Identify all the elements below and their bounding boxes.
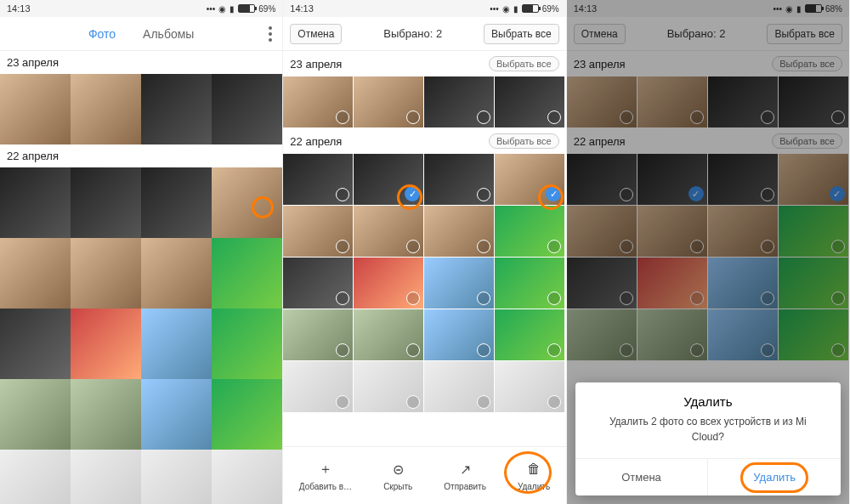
photo-thumb[interactable] — [0, 167, 71, 238]
photo-thumb[interactable] — [424, 361, 494, 412]
photo-thumb[interactable] — [283, 76, 353, 127]
photo-thumb[interactable] — [212, 167, 282, 238]
select-circle-icon[interactable] — [406, 292, 420, 305]
photo-thumb[interactable] — [141, 309, 212, 379]
dialog-title: Удалить — [575, 382, 841, 414]
photo-thumb[interactable] — [212, 309, 282, 379]
checkmark-icon[interactable]: ✓ — [405, 186, 420, 201]
photo-thumb[interactable]: ✓ — [495, 154, 564, 205]
photo-thumb[interactable] — [141, 379, 212, 450]
select-circle-icon[interactable] — [477, 110, 490, 124]
select-circle-icon[interactable] — [477, 188, 490, 201]
select-circle-icon[interactable] — [336, 110, 349, 124]
select-circle-icon[interactable] — [406, 395, 420, 409]
select-circle-icon[interactable] — [336, 188, 349, 201]
dialog-cancel-button[interactable]: Отмена — [575, 459, 709, 496]
photo-thumb[interactable] — [0, 379, 71, 450]
photo-thumb[interactable] — [141, 238, 212, 309]
photo-thumb[interactable] — [424, 258, 494, 309]
cancel-button[interactable]: Отмена — [290, 24, 342, 44]
photo-thumb[interactable] — [71, 450, 141, 504]
photo-thumb[interactable] — [283, 309, 353, 360]
photo-thumb[interactable] — [212, 450, 282, 504]
photo-thumb[interactable] — [71, 309, 141, 379]
battery-icon — [238, 4, 255, 13]
delete-button[interactable]: 🗑 Удалить — [518, 460, 550, 491]
date-header: 23 апреля Выбрать все — [283, 51, 565, 76]
select-all-button[interactable]: Выбрать все — [484, 24, 559, 44]
wifi-icon: ◉ — [502, 4, 510, 14]
battery-pct: 69% — [542, 4, 559, 14]
photo-thumb[interactable] — [212, 74, 282, 144]
select-circle-icon[interactable] — [477, 292, 490, 305]
photo-thumb[interactable] — [424, 309, 494, 360]
photo-thumb[interactable] — [71, 74, 141, 144]
select-circle-icon[interactable] — [336, 395, 349, 409]
photo-thumb[interactable] — [71, 167, 141, 238]
photo-thumb[interactable] — [141, 167, 212, 238]
photo-thumb[interactable] — [71, 238, 141, 309]
row-select-all[interactable]: Выбрать все — [489, 133, 559, 149]
status-icons: ••• ◉ ▮ 69% — [490, 4, 559, 14]
photo-thumb[interactable] — [354, 309, 423, 360]
photo-thumb[interactable]: ✓ — [354, 154, 423, 205]
photo-grid: ✓ ✓ — [283, 154, 565, 413]
photo-thumb[interactable] — [495, 76, 564, 127]
photo-thumb[interactable] — [0, 309, 71, 379]
photo-thumb[interactable] — [141, 74, 212, 144]
select-circle-icon[interactable] — [336, 343, 349, 357]
status-time: 14:13 — [7, 3, 31, 14]
photo-thumb[interactable] — [495, 309, 564, 360]
select-circle-icon[interactable] — [477, 395, 490, 409]
photo-thumb[interactable] — [283, 154, 353, 205]
checkmark-icon[interactable]: ✓ — [546, 186, 561, 201]
photo-thumb[interactable] — [424, 206, 494, 257]
status-bar: 14:13 ••• ◉ ▮ 69% — [0, 0, 282, 17]
photo-thumb[interactable] — [0, 450, 71, 504]
photo-thumb[interactable] — [495, 206, 564, 257]
select-circle-icon[interactable] — [547, 240, 561, 253]
dots-icon: ••• — [490, 4, 499, 14]
photo-thumb[interactable] — [424, 76, 494, 127]
photo-thumb[interactable] — [283, 361, 353, 412]
photo-scroll[interactable]: 23 апреля Выбрать все 22 апреля Выбрать … — [283, 51, 565, 504]
select-circle-icon[interactable] — [336, 292, 349, 305]
select-circle-icon[interactable] — [547, 395, 561, 409]
photo-thumb[interactable] — [212, 379, 282, 450]
photo-thumb[interactable] — [354, 361, 423, 412]
select-circle-icon[interactable] — [406, 110, 420, 124]
photo-thumb[interactable] — [495, 361, 564, 412]
panel-dialog: 14:13 ••• ◉ ▮ 68% Отмена Выбрано: 2 Выбр… — [567, 0, 850, 504]
select-circle-icon[interactable] — [336, 240, 349, 253]
photo-thumb[interactable] — [354, 258, 423, 309]
tab-albums[interactable]: Альбомы — [143, 27, 194, 41]
dots-icon: ••• — [207, 4, 216, 14]
photo-thumb[interactable] — [0, 74, 71, 144]
row-select-all[interactable]: Выбрать все — [489, 56, 559, 71]
select-circle-icon[interactable] — [406, 343, 420, 357]
select-circle-icon[interactable] — [547, 292, 561, 305]
send-button[interactable]: ↗ Отправить — [444, 460, 486, 491]
add-to-button[interactable]: ＋ Добавить в… — [299, 460, 352, 491]
panel-selection: 14:13 ••• ◉ ▮ 69% Отмена Выбрано: 2 Выбр… — [283, 0, 566, 504]
tab-photo[interactable]: Фото — [88, 27, 116, 41]
photo-thumb[interactable] — [354, 76, 423, 127]
photo-thumb[interactable] — [283, 206, 353, 257]
select-circle-icon[interactable] — [477, 343, 490, 357]
photo-thumb[interactable] — [283, 258, 353, 309]
photo-thumb[interactable] — [0, 238, 71, 309]
photo-scroll[interactable]: 23 апреля 22 апреля — [0, 51, 282, 504]
photo-thumb[interactable] — [495, 258, 564, 309]
overflow-menu-icon[interactable] — [269, 26, 272, 42]
photo-thumb[interactable] — [424, 154, 494, 205]
dialog-confirm-button[interactable]: Удалить — [708, 459, 841, 496]
photo-thumb[interactable] — [354, 206, 423, 257]
select-circle-icon[interactable] — [406, 240, 420, 253]
photo-thumb[interactable] — [71, 379, 141, 450]
select-circle-icon[interactable] — [547, 343, 561, 357]
hide-button[interactable]: ⊝ Скрыть — [383, 460, 412, 491]
select-circle-icon[interactable] — [477, 240, 490, 253]
select-circle-icon[interactable] — [547, 110, 561, 124]
photo-thumb[interactable] — [141, 450, 212, 504]
photo-thumb[interactable] — [212, 238, 282, 309]
